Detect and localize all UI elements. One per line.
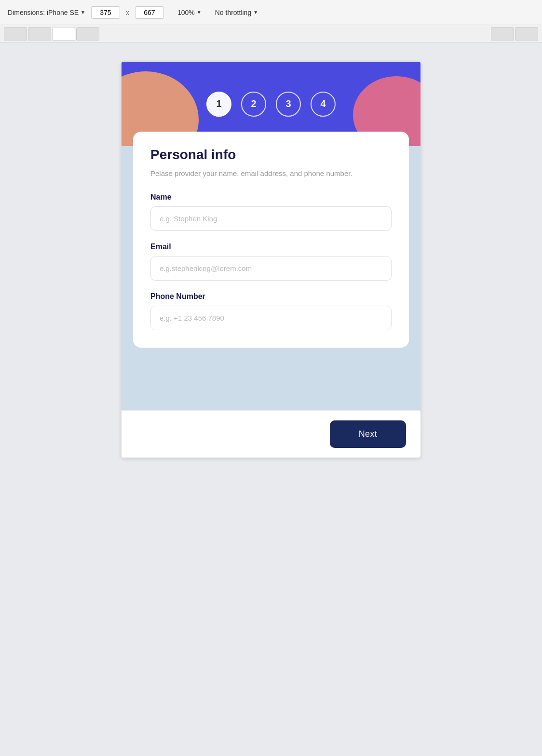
throttle-label: No throttling <box>215 9 251 16</box>
below-card-area <box>122 352 420 410</box>
form-subtitle: Pelase provider your name, email address… <box>150 168 392 179</box>
width-input[interactable] <box>91 6 120 19</box>
name-group: Name <box>150 193 392 231</box>
tab-bar <box>0 25 542 42</box>
throttle-dropdown-arrow: ▼ <box>253 10 258 15</box>
height-input[interactable] <box>135 6 164 19</box>
step-3[interactable]: 3 <box>276 92 301 117</box>
step-1[interactable]: 1 <box>206 92 231 117</box>
zoom-dropdown-arrow: ▼ <box>197 10 202 15</box>
dimension-label: Dimensions: iPhone SE <box>8 9 79 16</box>
name-label: Name <box>150 193 392 202</box>
tab-6[interactable] <box>515 27 538 40</box>
step-4[interactable]: 4 <box>311 92 336 117</box>
dimension-separator: x <box>126 9 129 16</box>
email-input[interactable] <box>150 256 392 281</box>
phone-frame: 1 2 3 4 Personal info Pelase provider yo… <box>122 62 420 458</box>
toolbar: Dimensions: iPhone SE ▼ x 100% ▼ No thro… <box>0 0 542 25</box>
phone-group: Phone Number <box>150 292 392 330</box>
tab-5[interactable] <box>491 27 514 40</box>
dimension-selector[interactable]: Dimensions: iPhone SE ▼ <box>8 9 85 16</box>
step-2[interactable]: 2 <box>241 92 266 117</box>
zoom-selector[interactable]: 100% ▼ <box>177 9 202 16</box>
tab-3[interactable] <box>52 27 75 40</box>
main-content: 1 2 3 4 Personal info Pelase provider yo… <box>0 42 542 756</box>
throttle-selector[interactable]: No throttling ▼ <box>215 9 258 16</box>
next-button[interactable]: Next <box>330 420 406 448</box>
form-card: Personal info Pelase provider your name,… <box>133 132 409 348</box>
name-input[interactable] <box>150 206 392 231</box>
email-label: Email <box>150 243 392 251</box>
phone-label: Phone Number <box>150 292 392 301</box>
tab-2[interactable] <box>28 27 51 40</box>
form-title: Personal info <box>150 147 392 162</box>
tab-1[interactable] <box>4 27 27 40</box>
step-indicators: 1 2 3 4 <box>206 92 336 117</box>
tab-4[interactable] <box>76 27 99 40</box>
bottom-bar: Next <box>122 410 420 458</box>
phone-input[interactable] <box>150 306 392 330</box>
email-group: Email <box>150 243 392 281</box>
zoom-label: 100% <box>177 9 195 16</box>
dimension-dropdown-arrow: ▼ <box>81 10 85 15</box>
